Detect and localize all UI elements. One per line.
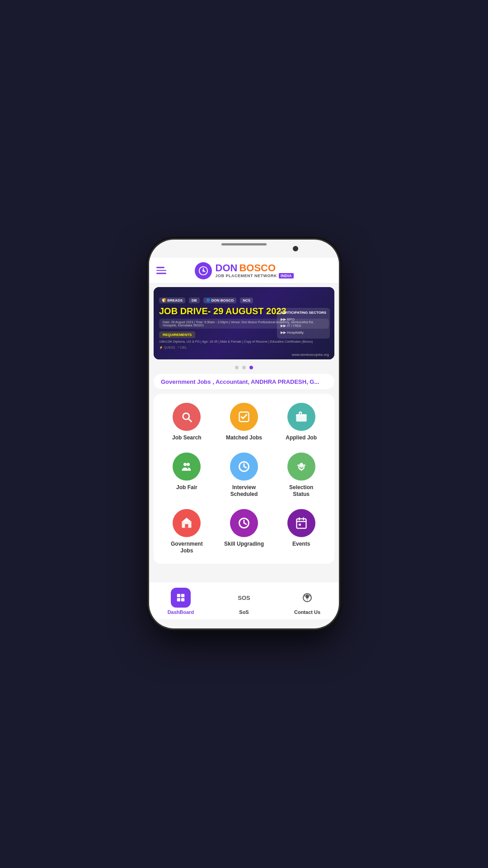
svg-rect-23: [181, 598, 184, 601]
svg-rect-21: [181, 594, 184, 597]
dashboard-label: DashBoard: [168, 609, 194, 615]
matched-jobs-label: Matched Jobs: [226, 434, 262, 442]
contact-us-label: Contact Us: [294, 609, 320, 615]
job-fair-label: Job Fair: [176, 484, 197, 491]
menu-item-events[interactable]: Events: [281, 509, 322, 555]
menu-item-skill-upgrading[interactable]: Skill Upgrading: [224, 509, 264, 555]
banner[interactable]: 🍞 BREADS DB 🔵 DON BOSCO NCS JOB DRIVE- 2…: [154, 287, 334, 359]
banner-logo-breads: 🍞 BREADS: [159, 297, 185, 303]
svg-rect-20: [177, 594, 180, 597]
svg-rect-13: [185, 524, 188, 528]
events-label: Events: [292, 541, 310, 548]
logo-icon: [195, 262, 212, 279]
menu-item-government-jobs[interactable]: Government Jobs: [166, 509, 207, 555]
logo-subtitle: JOB PLACEMENT NETWORK: [216, 274, 277, 278]
grid-row-1: Job Search Matched Jobs: [158, 403, 330, 442]
banner-requirements-label: REQUIREMENTS: [159, 331, 195, 338]
applied-job-icon-circle: [287, 403, 315, 431]
phone-bottom: [149, 619, 339, 628]
matched-jobs-icon-circle: [230, 403, 258, 431]
ticker-text: Government Jobs , Accountant, ANDHRA PRA…: [161, 378, 319, 385]
job-fair-icon-circle: [173, 453, 201, 481]
sos-text: SOS: [238, 594, 250, 601]
government-jobs-label: Government Jobs: [166, 541, 207, 555]
banner-logo-ncs: NCS: [240, 297, 253, 303]
dashboard-icon-bg: [171, 588, 191, 608]
ticker: Government Jobs , Accountant, ANDHRA PRA…: [154, 374, 334, 389]
svg-line-3: [189, 419, 192, 422]
banner-logo-donbosco: 🔵 DON BOSCO: [203, 297, 237, 303]
svg-rect-22: [177, 598, 180, 601]
menu-grid: Job Search Matched Jobs: [154, 394, 334, 564]
banner-logo-db: DB: [189, 297, 200, 303]
logo-bosco: BOSCO: [239, 263, 276, 273]
selection-status-icon-circle: [287, 453, 315, 481]
sectors-list: ▶▶ BPO▶▶ IT / ITES▶▶ Hospitality: [281, 316, 326, 336]
sectors-title: PARTICIPATING SECTORS: [281, 311, 326, 315]
app-header: DON BOSCO JOB PLACEMENT NETWORK INDIA: [149, 258, 339, 283]
dot-3-active[interactable]: [249, 366, 253, 369]
svg-point-8: [187, 462, 190, 466]
grid-row-3: Government Jobs Skill Upgrading: [158, 509, 330, 555]
svg-point-25: [307, 599, 308, 600]
logo-don: DON: [216, 263, 238, 273]
government-jobs-icon-circle: [173, 509, 201, 537]
grid-row-2: Job Fair Interview Scheduled: [158, 453, 330, 498]
menu-item-job-search[interactable]: Job Search: [166, 403, 207, 442]
dot-1[interactable]: [235, 366, 239, 369]
job-search-icon-circle: [173, 403, 201, 431]
banner-dots: [149, 363, 339, 372]
camera: [293, 246, 298, 251]
bottom-navigation: DashBoard SOS SoS Contact Us: [149, 582, 339, 619]
dot-2[interactable]: [242, 366, 246, 369]
svg-marker-12: [182, 518, 192, 522]
sos-icon-bg: SOS: [234, 588, 254, 608]
svg-rect-6: [296, 414, 306, 416]
nav-sos[interactable]: SOS SoS: [212, 586, 276, 617]
hamburger-menu[interactable]: [156, 267, 166, 274]
menu-item-applied-job[interactable]: Applied Job: [281, 403, 322, 442]
spacer: [149, 566, 339, 570]
banner-website: www.donboscojobs.org: [292, 353, 329, 357]
svg-rect-15: [296, 519, 306, 528]
skill-upgrading-icon-circle: [230, 509, 258, 537]
interview-scheduled-label: Interview Scheduled: [224, 484, 264, 498]
svg-point-1: [202, 269, 205, 272]
banner-requirements-text: 10th/12th Diploma, UG & PG | Age: 18-35 …: [159, 340, 329, 343]
sos-label: SoS: [239, 609, 249, 615]
skill-upgrading-label: Skill Upgrading: [224, 541, 264, 548]
nav-dashboard[interactable]: DashBoard: [149, 586, 212, 617]
events-icon-circle: [287, 509, 315, 537]
interview-scheduled-icon-circle: [230, 453, 258, 481]
job-search-label: Job Search: [172, 434, 202, 442]
applied-job-label: Applied Job: [286, 434, 317, 442]
svg-point-10: [300, 462, 303, 466]
banner-logos: 🍞 BREADS DB 🔵 DON BOSCO NCS: [159, 297, 329, 303]
selection-status-label: Selection Status: [281, 484, 322, 498]
contact-icon-bg: [297, 588, 317, 608]
phone-screen: DON BOSCO JOB PLACEMENT NETWORK INDIA 🍞 …: [149, 258, 339, 582]
banner-companies: ⚡ QUESS * CIEL: [159, 346, 187, 349]
svg-rect-19: [299, 524, 301, 526]
app-logo: DON BOSCO JOB PLACEMENT NETWORK INDIA: [195, 262, 294, 279]
phone-shell: DON BOSCO JOB PLACEMENT NETWORK INDIA 🍞 …: [149, 240, 339, 628]
notch-bar: [221, 243, 267, 245]
svg-point-7: [183, 462, 187, 466]
logo-india: INDIA: [279, 273, 294, 278]
menu-item-matched-jobs[interactable]: Matched Jobs: [224, 403, 264, 442]
nav-contact-us[interactable]: Contact Us: [276, 586, 339, 617]
logo-text: DON BOSCO JOB PLACEMENT NETWORK INDIA: [216, 263, 294, 278]
menu-item-selection-status[interactable]: Selection Status: [281, 453, 322, 498]
banner-bg: 🍞 BREADS DB 🔵 DON BOSCO NCS JOB DRIVE- 2…: [154, 287, 334, 359]
menu-item-interview-scheduled[interactable]: Interview Scheduled: [224, 453, 264, 498]
menu-item-job-fair[interactable]: Job Fair: [166, 453, 207, 498]
phone-notch: [149, 240, 339, 258]
